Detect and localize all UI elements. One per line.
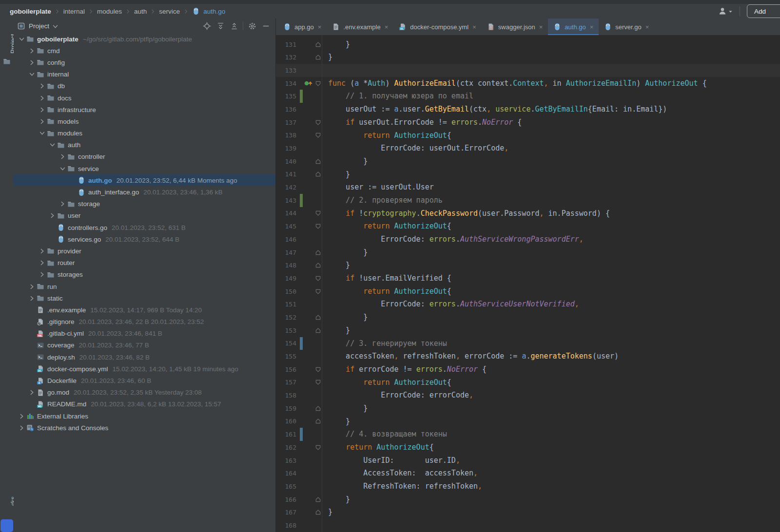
- tree-item-external-libraries[interactable]: External Libraries: [14, 410, 275, 422]
- close-icon[interactable]: ×: [385, 23, 389, 31]
- bookmarks-tool-window-button[interactable]: Bookmarks: [0, 488, 14, 506]
- code-text[interactable]: AccessToken: accessToken,: [323, 467, 478, 480]
- code-editor[interactable]: 130 go a.notifier.Email(p)131 }132}13313…: [276, 35, 780, 532]
- tree-item-infrastructure[interactable]: infrastructure: [14, 104, 275, 115]
- code-text[interactable]: ErrorCode: userOut.ErrorCode,: [323, 142, 508, 155]
- tree-item-readme-md[interactable]: MDREADME.md20.01.2023, 23:48, 6,2 kB 13.…: [14, 399, 275, 410]
- line-number[interactable]: 165: [276, 483, 297, 490]
- code-text[interactable]: userOut := a.user.GetByEmail(ctx, uservi…: [323, 103, 667, 116]
- close-icon[interactable]: ×: [645, 23, 649, 31]
- code-text[interactable]: // 3. генерируем токены: [323, 337, 447, 350]
- add-configuration-button[interactable]: Add: [747, 4, 780, 18]
- code-text[interactable]: ErrorCode: errors.AuthServiceWrongPasswo…: [323, 233, 584, 246]
- chevron-right-icon[interactable]: [38, 118, 46, 125]
- tree-item-dockerfile[interactable]: DDockerfile20.01.2023, 23:46, 60 B: [14, 375, 275, 386]
- code-text[interactable]: if userOut.ErrorCode != errors.NoError {: [323, 116, 522, 129]
- chevron-right-icon[interactable]: [28, 48, 36, 54]
- code-text[interactable]: ErrorCode: errors.AuthServiceUserNotVeri…: [323, 298, 579, 311]
- line-number[interactable]: 149: [276, 275, 297, 282]
- tree-item-run[interactable]: run: [14, 281, 275, 292]
- editor-tab--env-example[interactable]: .env.example×: [327, 19, 393, 35]
- code-text[interactable]: }: [323, 38, 350, 51]
- chevron-down-icon[interactable]: [28, 71, 36, 77]
- line-number[interactable]: 153: [276, 327, 297, 334]
- tree-item--gitignore[interactable]: .gitignore20.01.2023, 23:46, 22 B 20.01.…: [14, 316, 275, 328]
- chevron-right-icon[interactable]: [58, 153, 67, 160]
- line-number[interactable]: 167: [276, 509, 297, 516]
- close-icon[interactable]: ×: [590, 23, 594, 31]
- chevron-right-icon[interactable]: [18, 413, 26, 419]
- line-number[interactable]: 168: [276, 522, 297, 529]
- tree-item-config[interactable]: config: [14, 57, 275, 68]
- code-text[interactable]: }: [323, 311, 368, 324]
- tree-item-router[interactable]: router: [14, 257, 275, 269]
- collapse-all-icon[interactable]: [228, 20, 240, 32]
- breadcrumb-item[interactable]: internal: [63, 8, 85, 15]
- line-number[interactable]: 138: [276, 132, 297, 139]
- chevron-right-icon[interactable]: [38, 107, 46, 113]
- line-number[interactable]: 150: [276, 288, 297, 295]
- close-icon[interactable]: ×: [318, 23, 322, 31]
- line-number[interactable]: 161: [276, 431, 297, 438]
- tree-item-go-mod[interactable]: go.mod20.01.2023, 23:52, 2,35 kB Yesterd…: [14, 387, 275, 399]
- tree-item-scratches-and-consoles[interactable]: Scratches and Consoles: [14, 422, 275, 434]
- code-text[interactable]: accessToken, refreshToken, errorCode := …: [323, 350, 619, 363]
- tree-item-models[interactable]: models: [14, 115, 275, 127]
- chevron-right-icon[interactable]: [38, 271, 46, 278]
- code-text[interactable]: }: [323, 168, 350, 181]
- tree-item-provider[interactable]: provider: [14, 245, 275, 257]
- tree-item-coverage[interactable]: coverage20.01.2023, 23:46, 77 B: [14, 340, 275, 351]
- tree-item-controllers-go[interactable]: controllers.go20.01.2023, 23:52, 631 B: [14, 222, 275, 233]
- code-text[interactable]: UserID: user.ID,: [323, 454, 460, 467]
- line-number[interactable]: 166: [276, 496, 297, 503]
- code-text[interactable]: }: [323, 402, 368, 415]
- line-number[interactable]: 159: [276, 405, 297, 412]
- line-number[interactable]: 133: [276, 67, 297, 74]
- line-number[interactable]: 152: [276, 314, 297, 321]
- chevron-right-icon[interactable]: [18, 425, 26, 431]
- project-panel-title[interactable]: Project: [29, 22, 49, 30]
- editor-tab-server-go[interactable]: server.go×: [599, 19, 654, 35]
- chevron-right-icon[interactable]: [58, 201, 67, 207]
- line-number[interactable]: 134: [276, 80, 297, 87]
- code-text[interactable]: // 4. возвращаем токены: [323, 428, 447, 441]
- chevron-down-icon[interactable]: [18, 36, 26, 42]
- code-text[interactable]: return AuthorizeOut{: [323, 129, 451, 142]
- implements-icon[interactable]: [303, 80, 313, 87]
- chevron-right-icon[interactable]: [28, 284, 36, 290]
- chevron-right-icon[interactable]: [38, 83, 46, 89]
- code-text[interactable]: func (a *Auth) AuthorizeEmail(ctx contex…: [323, 77, 707, 90]
- code-text[interactable]: return AuthorizeOut{: [323, 285, 451, 298]
- code-text[interactable]: }: [323, 259, 350, 272]
- line-number[interactable]: 156: [276, 366, 297, 373]
- tree-item-deploy-sh[interactable]: deploy.sh20.01.2023, 23:46, 82 B: [14, 351, 275, 363]
- line-number[interactable]: 148: [276, 262, 297, 269]
- line-number[interactable]: 163: [276, 457, 297, 464]
- breadcrumb-item[interactable]: goboilerplate: [10, 8, 51, 15]
- breadcrumb-item[interactable]: service: [159, 8, 180, 15]
- line-number[interactable]: 137: [276, 119, 297, 126]
- chevron-right-icon[interactable]: [28, 59, 36, 66]
- code-text[interactable]: }: [323, 506, 332, 519]
- close-icon[interactable]: ×: [539, 23, 543, 31]
- project-tool-window-button[interactable]: Project: [0, 19, 14, 82]
- tree-item-storage[interactable]: storage: [14, 198, 275, 210]
- line-number[interactable]: 139: [276, 145, 297, 152]
- code-text[interactable]: }: [323, 324, 350, 337]
- close-icon[interactable]: ×: [472, 23, 476, 31]
- chevron-right-icon[interactable]: [38, 248, 46, 254]
- breadcrumb-item[interactable]: auth.go: [203, 8, 225, 15]
- line-number[interactable]: 144: [276, 209, 297, 217]
- line-number[interactable]: 157: [276, 379, 297, 386]
- code-text[interactable]: }: [323, 246, 368, 259]
- line-number[interactable]: 151: [276, 301, 297, 308]
- code-text[interactable]: user := userOut.User: [323, 181, 434, 194]
- editor-tab-auth-go[interactable]: auth.go×: [548, 19, 599, 35]
- chevron-down-icon[interactable]: [58, 166, 67, 172]
- line-number[interactable]: 160: [276, 418, 297, 425]
- code-text[interactable]: RefreshToken: refreshToken,: [323, 480, 482, 493]
- code-text[interactable]: ErrorCode: errorCode,: [323, 389, 473, 402]
- line-number[interactable]: 142: [276, 184, 297, 191]
- line-number[interactable]: 162: [276, 444, 297, 451]
- tree-item-storages[interactable]: storages: [14, 269, 275, 281]
